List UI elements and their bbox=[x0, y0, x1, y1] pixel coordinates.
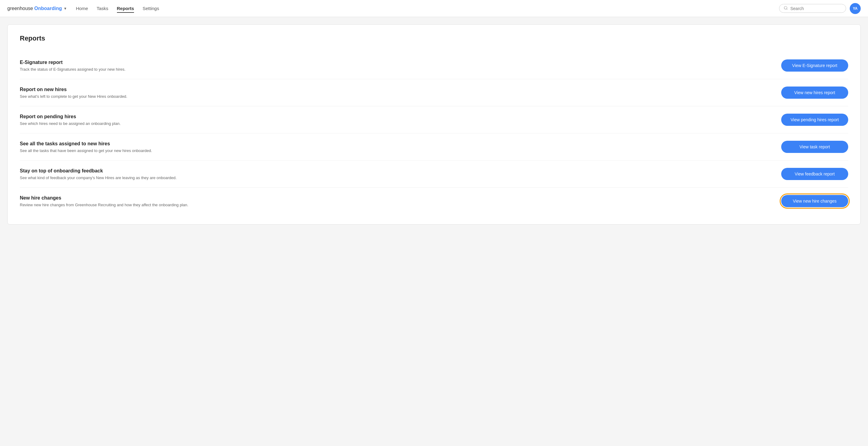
avatar[interactable]: YA bbox=[850, 3, 861, 14]
reports-list: E-Signature report Track the status of E… bbox=[20, 52, 848, 214]
search-input[interactable] bbox=[790, 6, 841, 11]
nav-item-home[interactable]: Home bbox=[76, 6, 88, 11]
report-text-new-hire-changes: New hire changes Review new hire changes… bbox=[20, 195, 188, 207]
report-btn-pending-hires[interactable]: View pending hires report bbox=[781, 114, 848, 126]
report-name-pending-hires: Report on pending hires bbox=[20, 114, 121, 119]
nav-item-reports[interactable]: Reports bbox=[117, 6, 134, 11]
report-desc-new-hire-changes: Review new hire changes from Greenhouse … bbox=[20, 203, 188, 207]
nav-link-settings[interactable]: Settings bbox=[143, 6, 159, 12]
nav-item-settings[interactable]: Settings bbox=[143, 6, 159, 11]
report-desc-pending-hires: See which hires need to be assigned an o… bbox=[20, 121, 121, 126]
report-name-esignature: E-Signature report bbox=[20, 60, 125, 65]
brand-logo[interactable]: greenhouse Onboarding ▾ bbox=[7, 6, 66, 11]
report-row-new-hires: Report on new hires See what's left to c… bbox=[20, 79, 848, 106]
reports-card: Reports E-Signature report Track the sta… bbox=[7, 24, 861, 225]
report-row-esignature: E-Signature report Track the status of E… bbox=[20, 52, 848, 79]
report-desc-task-report: See all the tasks that have been assigne… bbox=[20, 148, 152, 153]
report-text-task-report: See all the tasks assigned to new hires … bbox=[20, 141, 152, 153]
report-desc-feedback: See what kind of feedback your company's… bbox=[20, 176, 177, 180]
report-name-new-hire-changes: New hire changes bbox=[20, 195, 188, 201]
report-btn-new-hire-changes[interactable]: View new hire changes bbox=[781, 195, 848, 207]
report-btn-esignature[interactable]: View E-Signature report bbox=[781, 59, 848, 71]
nav-link-tasks[interactable]: Tasks bbox=[97, 6, 108, 12]
report-row-new-hire-changes: New hire changes Review new hire changes… bbox=[20, 188, 848, 214]
nav-link-reports[interactable]: Reports bbox=[117, 6, 134, 13]
report-row-feedback: Stay on top of onboarding feedback See w… bbox=[20, 160, 848, 188]
nav-item-tasks[interactable]: Tasks bbox=[97, 6, 108, 11]
main-content: Reports E-Signature report Track the sta… bbox=[0, 17, 868, 232]
report-name-feedback: Stay on top of onboarding feedback bbox=[20, 168, 177, 174]
nav-links: Home Tasks Reports Settings bbox=[76, 6, 159, 11]
brand-greenhouse-text: greenhouse bbox=[7, 6, 33, 11]
report-name-new-hires: Report on new hires bbox=[20, 87, 127, 92]
report-row-task-report: See all the tasks assigned to new hires … bbox=[20, 133, 848, 160]
report-btn-feedback[interactable]: View feedback report bbox=[781, 168, 848, 180]
report-name-task-report: See all the tasks assigned to new hires bbox=[20, 141, 152, 147]
navbar: greenhouse Onboarding ▾ Home Tasks Repor… bbox=[0, 0, 868, 17]
navbar-right: YA bbox=[779, 3, 861, 14]
report-desc-esignature: Track the status of E-Signatures assigne… bbox=[20, 67, 125, 71]
report-text-esignature: E-Signature report Track the status of E… bbox=[20, 60, 125, 71]
search-box[interactable] bbox=[779, 4, 846, 13]
nav-link-home[interactable]: Home bbox=[76, 6, 88, 12]
svg-point-0 bbox=[784, 6, 787, 9]
report-btn-task-report[interactable]: View task report bbox=[781, 141, 848, 153]
report-text-feedback: Stay on top of onboarding feedback See w… bbox=[20, 168, 177, 180]
svg-line-1 bbox=[787, 9, 787, 10]
brand-onboarding-text: Onboarding bbox=[34, 6, 62, 11]
search-icon bbox=[784, 6, 788, 11]
report-text-new-hires: Report on new hires See what's left to c… bbox=[20, 87, 127, 99]
brand-chevron-icon: ▾ bbox=[64, 6, 66, 11]
report-btn-new-hires[interactable]: View new hires report bbox=[781, 87, 848, 99]
report-row-pending-hires: Report on pending hires See which hires … bbox=[20, 106, 848, 133]
report-desc-new-hires: See what's left to complete to get your … bbox=[20, 94, 127, 99]
page-title: Reports bbox=[20, 34, 848, 42]
report-text-pending-hires: Report on pending hires See which hires … bbox=[20, 114, 121, 126]
